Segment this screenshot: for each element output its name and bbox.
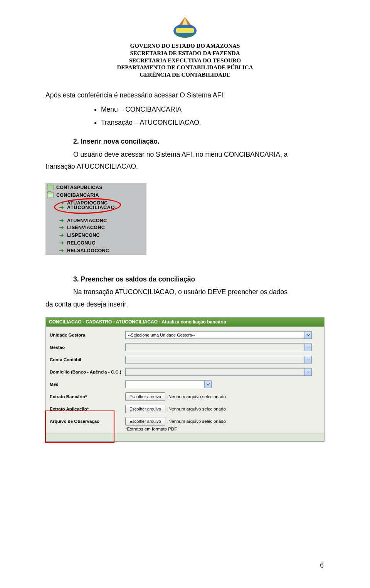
header-line: GERÊNCIA DE CONTABILIDADE [45, 71, 325, 79]
menu-folder-label: CONTASPUBLICAS [56, 185, 103, 190]
select-value: --Selecione uma Unidade Gestora-- [128, 333, 195, 337]
page-number: 6 [320, 561, 324, 570]
label-mes: Mês [50, 382, 125, 387]
form-screenshot: CONCILIACAO - CADASTRO - ATUCONCILIACAO … [45, 317, 325, 442]
bullet-item: Transação – ATUCONCILIACAO. [101, 117, 325, 129]
menu-item[interactable]: RELCONUG [67, 240, 96, 246]
form-note: *Extratos em formato PDF [46, 427, 324, 431]
select-gestao[interactable] [125, 343, 312, 351]
header-line: DEPARTAMENTO DE CONTABILIDADE PÚBLICA [45, 64, 325, 71]
menu-item[interactable]: LISPENCONC [67, 233, 100, 238]
menu-folder-label: CONCIBANCARIA [56, 193, 99, 198]
form-title-bar: CONCILIACAO - CADASTRO - ATUCONCILIACAO … [46, 318, 324, 327]
document-header: GOVERNO DO ESTADO DO AMAZONAS SECRETARIA… [45, 42, 325, 79]
arrow-right-icon [59, 205, 65, 210]
section-3-title: 3. Preencher os saldos da conciliação [45, 273, 325, 286]
intro-sentence: Após esta conferência é necessário acess… [45, 89, 325, 102]
file-none-label: Nenhum arquivo selecionado [168, 419, 226, 424]
arrow-right-icon [59, 248, 65, 253]
select-unidade-gestora[interactable]: --Selecione uma Unidade Gestora-- [125, 331, 312, 339]
file-none-label: Nenhum arquivo selecionado [168, 394, 226, 399]
arrow-right-icon [59, 218, 65, 223]
chevron-down-icon [304, 344, 311, 351]
label-extrato-bancario: Extrato Bancário* [50, 394, 125, 399]
select-conta-contabil[interactable] [125, 356, 312, 364]
chevron-down-icon [304, 356, 311, 363]
label-extrato-aplicacao: Extrato Aplicação* [50, 407, 125, 412]
arrow-right-icon [59, 225, 65, 230]
select-domicilio[interactable] [125, 368, 312, 376]
file-choose-button[interactable]: Escolher arquivo [125, 405, 165, 413]
file-choose-button[interactable]: Escolher arquivo [125, 392, 165, 401]
section-2-title: 2. Inserir nova conciliação. [45, 136, 325, 148]
menu-item[interactable]: ATUENVIACONC [67, 218, 107, 223]
header-line: SECRETARIA DE ESTADO DA FAZENDA [45, 50, 325, 57]
intro-bullets: Menu – CONCIBANCARIA Transação – ATUCONC… [101, 104, 325, 129]
header-line: SECRETARIA EXECUTIVA DO TESOURO [45, 57, 325, 64]
file-choose-button[interactable]: Escolher arquivo [125, 417, 165, 426]
label-domicilio: Domicílio (Banco - Agência - C.C.) [50, 370, 125, 375]
state-seal-logo [172, 15, 198, 39]
menu-item[interactable]: RELSALDOCONC [67, 248, 109, 253]
arrow-right-icon [59, 233, 65, 238]
menu-item[interactable]: LISENVIACONC [67, 225, 105, 230]
file-none-label: Nenhum arquivo selecionado [168, 407, 226, 411]
arrow-right-icon [59, 240, 65, 246]
chevron-down-icon [304, 332, 311, 338]
folder-open-icon [47, 193, 54, 198]
chevron-down-icon [204, 381, 211, 388]
chevron-down-icon [304, 369, 311, 375]
label-gestao: Gestão [50, 345, 125, 350]
header-line: GOVERNO DO ESTADO DO AMAZONAS [45, 42, 325, 50]
label-conta-contabil: Conta Contábil [50, 357, 125, 362]
section-2-body: O usuário deve acessar no Sistema AFI, n… [45, 149, 325, 173]
bullet-item: Menu – CONCIBANCARIA [101, 104, 325, 116]
folder-icon [47, 185, 54, 190]
menu-tree-screenshot: CONTASPUBLICAS CONCIBANCARIA ATUAPOIOCON… [45, 183, 146, 255]
label-arquivo-observacao: Arquivo de Observação [50, 419, 125, 424]
section-3-body: Na transação ATUCONCILIACAO, o usuário D… [45, 286, 325, 310]
select-mes[interactable] [125, 380, 212, 388]
svg-rect-1 [176, 28, 194, 33]
label-unidade-gestora: Unidade Gestora [50, 333, 125, 338]
form-status-bar [46, 434, 324, 441]
menu-item-highlighted[interactable]: ATUCONCILIACAO [67, 205, 115, 210]
